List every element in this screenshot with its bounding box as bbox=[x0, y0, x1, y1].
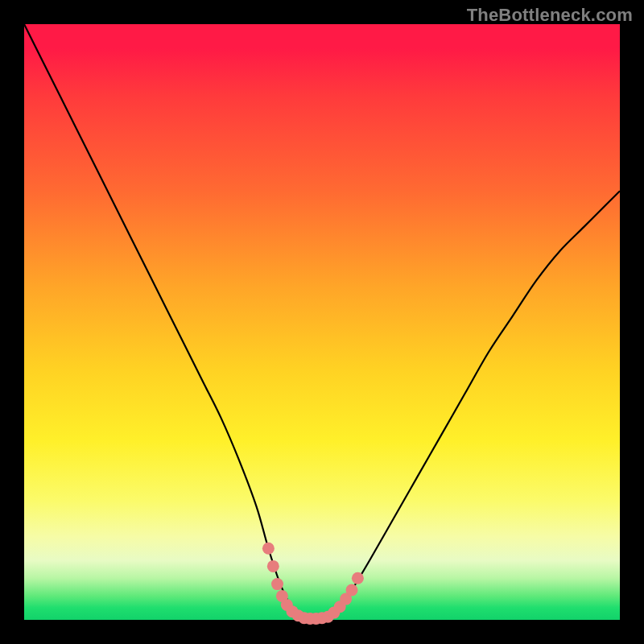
curve-marker bbox=[271, 578, 283, 590]
watermark-text: TheBottleneck.com bbox=[467, 5, 633, 26]
curve-markers bbox=[262, 543, 364, 625]
curve-marker bbox=[267, 560, 279, 572]
curve-marker bbox=[262, 543, 275, 555]
plot-area bbox=[24, 24, 620, 620]
curve-marker bbox=[352, 572, 364, 584]
curve-marker bbox=[346, 584, 358, 597]
bottleneck-curve bbox=[24, 24, 620, 619]
curve-svg bbox=[24, 24, 620, 620]
chart-frame: TheBottleneck.com bbox=[0, 0, 644, 644]
